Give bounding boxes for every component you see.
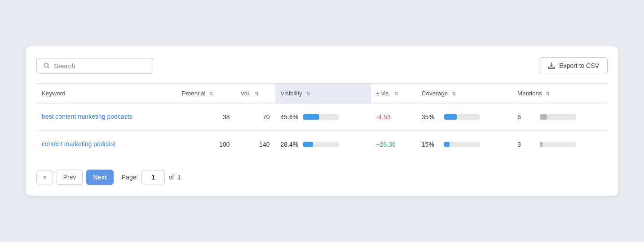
- coverage-bar-0: [444, 114, 480, 120]
- export-label: Export to CSV: [559, 62, 599, 69]
- delta-value-0: -4.53: [376, 113, 391, 121]
- col-vol: Vol. ⇅: [235, 84, 275, 103]
- cell-visibility-1: 28.4%: [275, 131, 371, 158]
- mentions-val-1: 3: [517, 141, 536, 148]
- col-vis-delta: ± vis. ⇅: [371, 84, 416, 103]
- coverage-bar-1: [444, 142, 480, 147]
- sort-icon-potential: ⇅: [209, 91, 213, 97]
- table-row: best content marketing podcasts 38 70 45…: [36, 103, 608, 131]
- table-row: content marketing podcast 100 140 28.4% …: [36, 131, 608, 158]
- col-keyword: Keyword: [36, 84, 176, 103]
- toolbar: Export to CSV: [36, 57, 608, 74]
- search-input[interactable]: [54, 62, 146, 70]
- search-box[interactable]: [36, 58, 153, 74]
- page-label: Page:: [122, 174, 138, 181]
- sort-icon-mentions: ⇅: [546, 91, 550, 97]
- mentions-bar-1: [540, 142, 576, 147]
- cell-delta-1: +28.36: [371, 131, 416, 158]
- coverage-pct-1: 15%: [422, 141, 441, 148]
- export-icon: [547, 62, 556, 70]
- page-input[interactable]: [141, 170, 165, 184]
- cell-mentions-1: 3: [512, 131, 608, 158]
- cell-vol-1: 140: [235, 131, 275, 158]
- table-header-row: Keyword Potential ⇅ Vol. ⇅ Visibility ⇅ …: [36, 84, 608, 103]
- visibility-bar-0: [303, 114, 339, 120]
- svg-line-1: [48, 67, 49, 68]
- visibility-pct-1: 28.4%: [281, 141, 300, 148]
- col-mentions: Mentions ⇅: [512, 84, 608, 103]
- sort-icon-vol: ⇅: [255, 91, 259, 97]
- col-coverage: Coverage ⇅: [416, 84, 512, 103]
- cell-potential-1: 100: [176, 131, 235, 158]
- svg-rect-2: [549, 67, 555, 69]
- cell-coverage-0: 35%: [416, 103, 512, 131]
- mentions-val-0: 6: [517, 113, 536, 121]
- keyword-link-0[interactable]: best content marketing podcasts: [42, 113, 132, 120]
- total-pages: 1: [177, 174, 181, 181]
- main-card: Export to CSV Keyword Potential ⇅ Vol. ⇅…: [26, 46, 618, 195]
- delta-value-1: +28.36: [376, 141, 396, 148]
- sort-icon-visibility: ⇅: [306, 91, 310, 97]
- col-visibility[interactable]: Visibility ⇅: [275, 84, 371, 103]
- cell-delta-0: -4.53: [371, 103, 416, 131]
- export-button[interactable]: Export to CSV: [539, 57, 608, 74]
- sort-icon-coverage: ⇅: [452, 91, 456, 97]
- sort-icon-vis-delta: ⇅: [394, 91, 398, 97]
- mentions-bar-0: [540, 114, 576, 120]
- cell-mentions-0: 6: [512, 103, 608, 131]
- cell-keyword-0: best content marketing podcasts: [36, 103, 176, 131]
- visibility-bar-1: [303, 142, 339, 147]
- prev-page-button[interactable]: Prev: [57, 170, 83, 185]
- search-icon: [43, 62, 50, 69]
- of-label: of: [168, 174, 174, 181]
- pagination: « Prev Next Page: of 1: [36, 168, 608, 185]
- cell-coverage-1: 15%: [416, 131, 512, 158]
- data-table: Keyword Potential ⇅ Vol. ⇅ Visibility ⇅ …: [36, 83, 608, 157]
- coverage-pct-0: 35%: [422, 113, 441, 121]
- col-potential: Potential ⇅: [176, 84, 235, 103]
- cell-vol-0: 70: [235, 103, 275, 131]
- cell-visibility-0: 45.6%: [275, 103, 371, 131]
- cell-keyword-1: content marketing podcast: [36, 131, 176, 158]
- first-page-button[interactable]: «: [36, 170, 53, 184]
- visibility-pct-0: 45.6%: [281, 113, 300, 121]
- keyword-link-1[interactable]: content marketing podcast: [42, 140, 115, 148]
- next-page-button[interactable]: Next: [86, 170, 113, 185]
- cell-potential-0: 38: [176, 103, 235, 131]
